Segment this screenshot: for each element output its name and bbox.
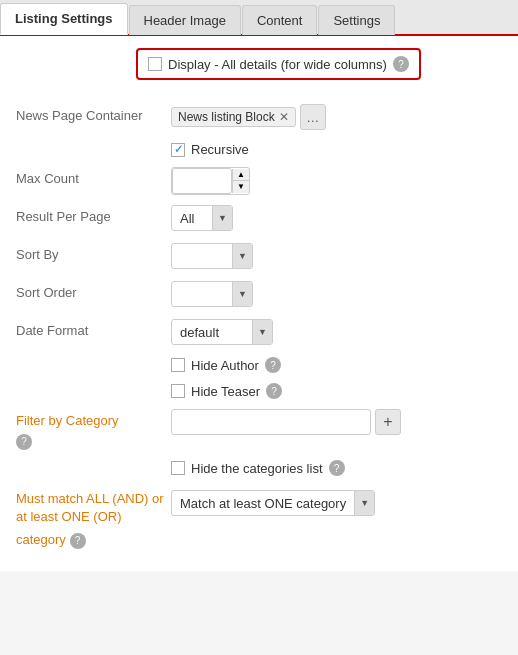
- hide-teaser-row: Hide Teaser ?: [171, 383, 502, 399]
- match-category-value: Match at least ONE category: [172, 496, 354, 511]
- hide-categories-list-checkbox[interactable]: [171, 461, 185, 475]
- recursive-label: Recursive: [191, 142, 249, 157]
- recursive-row: Recursive: [171, 142, 502, 157]
- hide-author-help-icon[interactable]: ?: [265, 357, 281, 373]
- filter-by-category-add-button[interactable]: +: [375, 409, 401, 435]
- tab-bar: Listing Settings Header Image Content Se…: [0, 0, 518, 36]
- hide-author-label: Hide Author: [191, 358, 259, 373]
- max-count-row: Max Count 10 ▲ ▼: [16, 167, 502, 195]
- hide-categories-list-label: Hide the categories list: [191, 461, 323, 476]
- date-format-row: Date Format default ▼: [16, 319, 502, 347]
- display-all-details-checkbox[interactable]: [148, 57, 162, 71]
- result-per-page-row: Result Per Page All ▼: [16, 205, 502, 233]
- filter-by-category-row: Filter by Category ? +: [16, 409, 502, 450]
- hide-teaser-help-icon[interactable]: ?: [266, 383, 282, 399]
- max-count-controls: 10 ▲ ▼: [171, 167, 502, 195]
- display-all-details-label: Display - All details (for wide columns): [168, 57, 387, 72]
- match-category-row: Must match ALL (AND) or at least ONE (OR…: [16, 486, 502, 549]
- filter-by-category-help-icon[interactable]: ?: [16, 434, 32, 450]
- date-format-value: default: [172, 325, 252, 340]
- hide-author-checkbox[interactable]: [171, 358, 185, 372]
- tab-settings[interactable]: Settings: [318, 5, 395, 35]
- news-listing-block-tag-remove[interactable]: ✕: [279, 110, 289, 124]
- news-page-container-browse-button[interactable]: …: [300, 104, 326, 130]
- max-count-decrement[interactable]: ▼: [233, 181, 249, 193]
- date-format-select[interactable]: default ▼: [171, 319, 273, 345]
- date-format-arrow: ▼: [252, 320, 272, 344]
- content-area: Display - All details (for wide columns)…: [0, 36, 518, 571]
- news-listing-block-tag-label: News listing Block: [178, 110, 275, 124]
- news-page-container-label: News Page Container: [16, 104, 171, 125]
- filter-by-category-label: Filter by Category ?: [16, 409, 171, 450]
- match-category-label: Must match ALL (AND) or at least ONE (OR…: [16, 486, 171, 549]
- result-per-page-value: All: [172, 211, 212, 226]
- sort-order-select[interactable]: ▼: [171, 281, 253, 307]
- hide-teaser-label: Hide Teaser: [191, 384, 260, 399]
- sort-by-controls: ▼: [171, 243, 502, 269]
- date-format-label: Date Format: [16, 319, 171, 340]
- display-all-details-container: Display - All details (for wide columns)…: [136, 48, 421, 80]
- sort-order-arrow: ▼: [232, 282, 252, 306]
- max-count-spinner-buttons: ▲ ▼: [232, 169, 249, 193]
- match-category-controls: Match at least ONE category ▼: [171, 486, 502, 516]
- result-per-page-select[interactable]: All ▼: [171, 205, 233, 231]
- news-page-container-row: News Page Container News listing Block ✕…: [16, 104, 502, 132]
- sort-order-row: Sort Order ▼: [16, 281, 502, 309]
- display-all-details-help-icon[interactable]: ?: [393, 56, 409, 72]
- max-count-label: Max Count: [16, 167, 171, 188]
- news-listing-block-tag: News listing Block ✕: [171, 107, 296, 127]
- sort-order-label: Sort Order: [16, 281, 171, 302]
- hide-categories-list-row: Hide the categories list ?: [171, 460, 502, 476]
- tab-listing-settings[interactable]: Listing Settings: [0, 3, 128, 35]
- news-page-container-controls: News listing Block ✕ …: [171, 104, 502, 130]
- hide-teaser-checkbox[interactable]: [171, 384, 185, 398]
- filter-by-category-input[interactable]: [171, 409, 371, 435]
- max-count-increment[interactable]: ▲: [233, 169, 249, 181]
- match-category-help-icon[interactable]: ?: [70, 533, 86, 549]
- match-category-select[interactable]: Match at least ONE category ▼: [171, 490, 375, 516]
- tab-header-image[interactable]: Header Image: [129, 5, 241, 35]
- max-count-spinner: 10 ▲ ▼: [171, 167, 250, 195]
- sort-order-controls: ▼: [171, 281, 502, 307]
- match-category-arrow: ▼: [354, 491, 374, 515]
- tab-content[interactable]: Content: [242, 5, 318, 35]
- recursive-checkbox[interactable]: [171, 143, 185, 157]
- hide-author-row: Hide Author ?: [171, 357, 502, 373]
- max-count-input[interactable]: 10: [172, 168, 232, 194]
- result-per-page-controls: All ▼: [171, 205, 502, 231]
- sort-by-row: Sort By ▼: [16, 243, 502, 271]
- sort-by-label: Sort By: [16, 243, 171, 264]
- result-per-page-label: Result Per Page: [16, 205, 171, 226]
- result-per-page-arrow: ▼: [212, 206, 232, 230]
- hide-categories-list-help-icon[interactable]: ?: [329, 460, 345, 476]
- date-format-controls: default ▼: [171, 319, 502, 345]
- filter-by-category-controls: +: [171, 409, 502, 435]
- sort-by-arrow: ▼: [232, 244, 252, 268]
- sort-by-select[interactable]: ▼: [171, 243, 253, 269]
